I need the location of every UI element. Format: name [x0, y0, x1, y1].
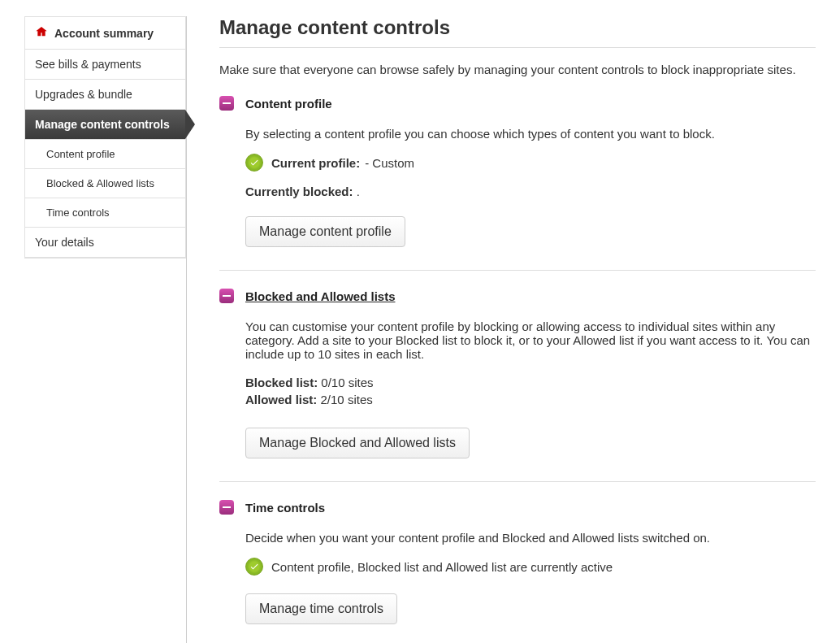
divider: [219, 47, 816, 48]
sidebar-label: Manage content controls: [35, 118, 170, 131]
sidebar-subitem-content-profile[interactable]: Content profile: [25, 140, 185, 169]
section-content-profile: Content profile By selecting a content p…: [219, 96, 816, 271]
page-intro: Make sure that everyone can browse safel…: [219, 63, 816, 76]
sidebar-label: Content profile: [46, 148, 115, 160]
manage-time-controls-button[interactable]: Manage time controls: [245, 593, 397, 624]
sidebar-subitem-time-controls[interactable]: Time controls: [25, 198, 185, 228]
collapse-icon[interactable]: [219, 289, 234, 303]
sidebar-label-summary: Account summary: [54, 27, 154, 40]
currently-blocked-value: .: [357, 185, 360, 198]
sidebar-subitem-blocked-allowed[interactable]: Blocked & Allowed lists: [25, 169, 185, 198]
content-profile-desc: By selecting a content profile you can c…: [245, 127, 816, 141]
blocked-list-value: 0/10 sites: [321, 376, 373, 389]
allowed-list-value: 2/10 sites: [321, 393, 373, 406]
blocked-list-label: Blocked list:: [245, 376, 318, 389]
sidebar-label: Your details: [35, 236, 94, 249]
collapse-icon[interactable]: [219, 500, 234, 515]
sidebar: Account summary See bills & payments Upg…: [24, 16, 187, 643]
collapse-icon[interactable]: [219, 96, 234, 111]
check-icon: [245, 154, 263, 172]
lists-desc: You can customise your content profile b…: [245, 319, 816, 361]
time-status: Content profile, Blocked list and Allowe…: [271, 560, 613, 574]
sidebar-item-upgrades[interactable]: Upgrades & bundle: [25, 80, 185, 110]
sidebar-item-your-details[interactable]: Your details: [25, 228, 185, 258]
page-title: Manage content controls: [219, 16, 816, 39]
current-profile-value: - Custom: [365, 156, 414, 170]
section-title-content-profile: Content profile: [245, 97, 332, 111]
check-icon: [245, 558, 263, 576]
sidebar-item-manage-content-controls[interactable]: Manage content controls: [25, 110, 185, 140]
sidebar-label: See bills & payments: [35, 58, 141, 71]
sidebar-item-account-summary[interactable]: Account summary: [25, 17, 185, 50]
section-title-blocked-allowed[interactable]: Blocked and Allowed lists: [245, 289, 395, 303]
manage-content-profile-button[interactable]: Manage content profile: [245, 216, 405, 247]
current-profile-label: Current profile:: [271, 156, 360, 170]
sidebar-item-bills[interactable]: See bills & payments: [25, 50, 185, 80]
manage-lists-button[interactable]: Manage Blocked and Allowed lists: [245, 428, 470, 458]
allowed-list-label: Allowed list:: [245, 393, 317, 406]
section-time-controls: Time controls Decide when you want your …: [219, 500, 816, 643]
sidebar-label: Upgrades & bundle: [35, 88, 132, 101]
section-blocked-allowed: Blocked and Allowed lists You can custom…: [219, 289, 816, 482]
currently-blocked-label: Currently blocked:: [245, 185, 353, 198]
section-title-time-controls: Time controls: [245, 501, 325, 515]
sidebar-label: Blocked & Allowed lists: [46, 177, 154, 189]
home-icon: [35, 25, 48, 41]
time-desc: Decide when you want your content profil…: [245, 531, 816, 545]
sidebar-label: Time controls: [46, 206, 110, 219]
main-content: Manage content controls Make sure that e…: [187, 16, 816, 643]
